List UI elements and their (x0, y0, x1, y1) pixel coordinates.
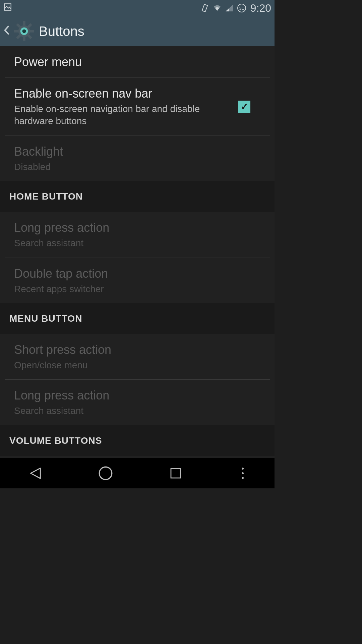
setting-sub: Open/close menu (14, 359, 260, 371)
setting-title: Power menu (14, 54, 260, 69)
status-left-icons (3, 3, 12, 14)
nav-back-icon[interactable] (25, 463, 45, 483)
setting-title: Double tap action (14, 266, 260, 281)
wifi-icon (213, 5, 222, 11)
svg-point-13 (99, 467, 112, 480)
menu-long-press-item: Long press action Search assistant (5, 380, 270, 425)
app-bar: Buttons (0, 16, 275, 46)
date-badge-icon: 31 (237, 3, 246, 13)
clock: 9:20 (250, 2, 271, 14)
setting-title: Backlight (14, 144, 260, 159)
section-header-volume: VOLUME BUTTONS (0, 425, 275, 456)
nav-bar (0, 458, 275, 488)
home-long-press-item: Long press action Search assistant (5, 212, 270, 258)
setting-title: Short press action (14, 342, 260, 357)
nav-home-icon[interactable] (96, 463, 116, 483)
svg-point-4 (22, 30, 26, 33)
section-header-menu: MENU BUTTON (0, 303, 275, 334)
backlight-item: Backlight Disabled (5, 136, 270, 181)
setting-sub: Disabled (14, 161, 260, 173)
home-double-tap-item: Double tap action Recent apps switcher (5, 258, 270, 303)
svg-rect-5 (23, 21, 25, 25)
back-chevron-icon[interactable] (3, 25, 9, 37)
nav-overflow-icon[interactable] (236, 468, 249, 479)
svg-rect-7 (14, 30, 18, 33)
content: Power menu Enable on-screen nav bar Enab… (0, 46, 275, 458)
svg-rect-8 (30, 30, 35, 33)
gear-icon[interactable] (13, 20, 35, 42)
section-header-home: HOME BUTTON (0, 181, 275, 212)
setting-title: Enable on-screen nav bar (14, 86, 232, 101)
page-title: Buttons (39, 24, 84, 39)
enable-navbar-checkbox[interactable] (238, 101, 250, 113)
setting-sub: Search assistant (14, 405, 260, 417)
menu-short-press-item: Short press action Open/close menu (5, 334, 270, 380)
power-menu-item[interactable]: Power menu (5, 46, 270, 78)
nav-recent-icon[interactable] (166, 463, 186, 483)
phone-icon (201, 4, 209, 12)
enable-navbar-item[interactable]: Enable on-screen nav bar Enable on-scree… (5, 78, 270, 136)
setting-sub: Recent apps switcher (14, 283, 260, 295)
status-right-icons: 31 9:20 (201, 2, 271, 14)
svg-rect-6 (23, 37, 25, 42)
signal-icon (226, 5, 233, 11)
setting-sub: Search assistant (14, 237, 260, 249)
setting-title: Long press action (14, 220, 260, 235)
date-badge-label: 31 (239, 6, 244, 11)
setting-sub: Enable on-screen navigation bar and disa… (14, 103, 232, 127)
setting-title: Long press action (14, 388, 260, 403)
image-icon (3, 3, 12, 14)
status-bar: 31 9:20 (0, 0, 275, 16)
svg-rect-14 (171, 469, 180, 478)
